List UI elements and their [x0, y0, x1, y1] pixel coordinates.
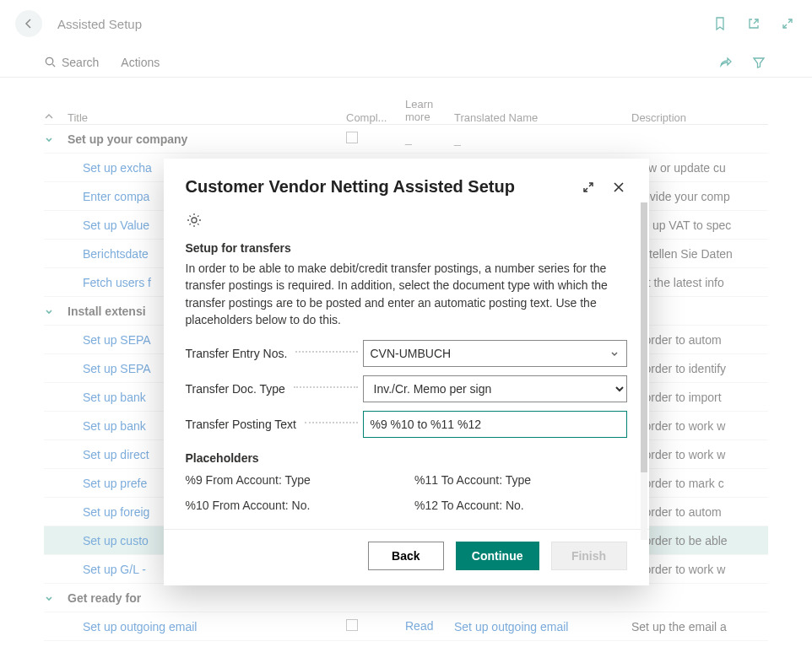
dialog-scrollbar[interactable]	[641, 202, 649, 540]
placeholder-item: %10 From Account: No.	[186, 499, 398, 512]
field-transfer-posting-text: Transfer Posting Text	[186, 411, 627, 438]
label-transfer-posting-text: Transfer Posting Text	[186, 418, 297, 431]
dialog-footer: Back Continue Finish	[164, 529, 649, 585]
input-transfer-posting-text[interactable]	[363, 411, 627, 438]
select-transfer-doc-type[interactable]: Inv./Cr. Memo per sign	[363, 375, 627, 402]
placeholder-item: %9 From Account: Type	[186, 473, 398, 487]
label-transfer-doc-type: Transfer Doc. Type	[186, 382, 285, 396]
dialog-subtitle: Setup for transfers	[186, 241, 627, 255]
continue-button[interactable]: Continue	[456, 542, 539, 570]
chevron-down-icon	[609, 348, 620, 359]
field-transfer-doc-type: Transfer Doc. Type Inv./Cr. Memo per sig…	[186, 375, 627, 402]
label-transfer-entry-nos: Transfer Entry Nos.	[186, 347, 288, 360]
gear-icon[interactable]	[186, 212, 203, 229]
placeholders-heading: Placeholders	[186, 451, 627, 465]
field-transfer-entry-nos: Transfer Entry Nos. CVN-UMBUCH	[186, 340, 627, 367]
placeholder-item: %11 To Account: Type	[414, 473, 627, 487]
back-button[interactable]: Back	[368, 542, 444, 570]
dialog-expand-icon[interactable]	[580, 179, 597, 196]
close-icon[interactable]	[610, 179, 627, 196]
assisted-setup-dialog: Customer Vendor Netting Assisted Setup	[164, 159, 649, 585]
svg-point-1	[192, 218, 197, 223]
finish-button: Finish	[551, 542, 627, 570]
placeholders-grid: %9 From Account: Type %11 To Account: Ty…	[186, 473, 627, 512]
dialog-title: Customer Vendor Netting Assisted Setup	[186, 177, 566, 197]
combo-transfer-entry-nos[interactable]: CVN-UMBUCH	[363, 340, 627, 367]
placeholder-item: %12 To Account: No.	[414, 499, 627, 512]
combo-value-transfer-entry-nos: CVN-UMBUCH	[371, 347, 452, 360]
dialog-paragraph: In order to be able to make debit/credit…	[186, 260, 627, 328]
